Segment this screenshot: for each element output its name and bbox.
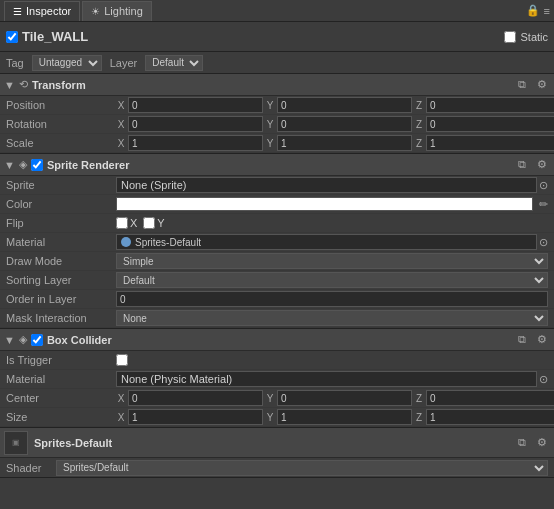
transform-title: Transform: [32, 79, 514, 91]
box-collider-copy-icon[interactable]: ⧉: [514, 332, 530, 348]
active-checkbox[interactable]: [6, 31, 18, 43]
box-collider-fold-icon[interactable]: ▼: [4, 334, 15, 346]
sprites-copy-icon[interactable]: ⧉: [514, 435, 530, 451]
transform-header: ▼ ⟲ Transform ⧉ ⚙: [0, 74, 554, 96]
size-x[interactable]: [128, 409, 263, 425]
lock-icon[interactable]: 🔒: [526, 4, 540, 17]
sprite-renderer-section: ▼ ◈ Sprite Renderer ⧉ ⚙ Sprite None (Spr…: [0, 154, 554, 329]
box-collider-section-icons: ⧉ ⚙: [514, 332, 550, 348]
center-z[interactable]: [426, 390, 554, 406]
mask-interaction-label: Mask Interaction: [6, 312, 116, 324]
sprites-default-section: ▣ Sprites-Default ⧉ ⚙ Shader Sprites/Def…: [0, 428, 554, 478]
order-layer-label: Order in Layer: [6, 293, 116, 305]
mask-interaction-select[interactable]: None: [116, 310, 548, 326]
rotation-fields: X Y Z: [116, 116, 554, 132]
transform-fold-icon[interactable]: ▼: [4, 79, 15, 91]
transform-copy-icon[interactable]: ⧉: [514, 77, 530, 93]
draw-mode-label: Draw Mode: [6, 255, 116, 267]
color-fields: ✏: [116, 197, 548, 211]
box-collider-title: Box Collider: [47, 334, 514, 346]
tab-lighting[interactable]: ☀ Lighting: [82, 1, 152, 21]
sprite-copy-icon[interactable]: ⧉: [514, 157, 530, 173]
material-value-box: Sprites-Default: [116, 234, 537, 250]
scale-z[interactable]: [426, 135, 554, 151]
menu-icon[interactable]: ≡: [544, 5, 550, 17]
tab-lighting-label: Lighting: [104, 5, 143, 17]
mask-interaction-fields: None: [116, 310, 548, 326]
rotation-x[interactable]: [128, 116, 263, 132]
sprites-default-section-icons: ⧉ ⚙: [514, 435, 550, 451]
flip-x-checkbox[interactable]: [116, 217, 128, 229]
is-trigger-label: Is Trigger: [6, 354, 116, 366]
sorting-layer-row: Sorting Layer Default: [0, 271, 554, 290]
sprite-renderer-header: ▼ ◈ Sprite Renderer ⧉ ⚙: [0, 154, 554, 176]
mask-interaction-row: Mask Interaction None: [0, 309, 554, 328]
color-edit-icon[interactable]: ✏: [539, 198, 548, 211]
transform-gear-icon[interactable]: ⚙: [534, 77, 550, 93]
sprite-fold-icon[interactable]: ▼: [4, 159, 15, 171]
sprite-value-box: None (Sprite): [116, 177, 537, 193]
inspector-content: Tile_WALL Static Tag Untagged Layer Defa…: [0, 22, 554, 487]
physic-material-label: Material: [6, 373, 116, 385]
shader-row: Shader Sprites/Default: [0, 458, 554, 477]
sprite-fields: None (Sprite) ⊙: [116, 177, 548, 193]
flip-x-item: X: [116, 217, 137, 229]
rotation-row: Rotation X Y Z: [0, 115, 554, 134]
sprite-gear-icon[interactable]: ⚙: [534, 157, 550, 173]
sprites-default-title: Sprites-Default: [34, 437, 514, 449]
sprite-renderer-checkbox[interactable]: [31, 159, 43, 171]
tag-select[interactable]: Untagged: [32, 55, 102, 71]
center-fields: X Y Z: [116, 390, 554, 406]
sprites-default-header: ▣ Sprites-Default ⧉ ⚙: [0, 428, 554, 458]
order-layer-input[interactable]: [116, 291, 548, 307]
physic-material-pick-icon[interactable]: ⊙: [539, 373, 548, 386]
flip-y-checkbox[interactable]: [143, 217, 155, 229]
sorting-layer-select[interactable]: Default: [116, 272, 548, 288]
box-collider-icon: ◈: [19, 333, 27, 346]
sprite-icon: ◈: [19, 158, 27, 171]
shader-select[interactable]: Sprites/Default: [56, 460, 548, 476]
material-fields: Sprites-Default ⊙: [116, 234, 548, 250]
flip-y-item: Y: [143, 217, 164, 229]
physic-material-value-box: None (Physic Material): [116, 371, 537, 387]
static-checkbox[interactable]: [504, 31, 516, 43]
position-x[interactable]: [128, 97, 263, 113]
static-container: Static: [504, 31, 548, 43]
position-y[interactable]: [277, 97, 412, 113]
center-row: Center X Y Z: [0, 389, 554, 408]
material-pick-icon[interactable]: ⊙: [539, 236, 548, 249]
layer-select[interactable]: Default: [145, 55, 203, 71]
sprites-gear-icon[interactable]: ⚙: [534, 435, 550, 451]
color-swatch[interactable]: [116, 197, 533, 211]
draw-mode-select[interactable]: Simple: [116, 253, 548, 269]
sprite-pick-icon[interactable]: ⊙: [539, 179, 548, 192]
size-row: Size X Y Z: [0, 408, 554, 427]
flip-x-label: X: [130, 217, 137, 229]
scale-label: Scale: [6, 137, 116, 149]
size-label: Size: [6, 411, 116, 423]
inspector-icon: ☰: [13, 6, 22, 17]
static-label: Static: [520, 31, 548, 43]
rotation-y[interactable]: [277, 116, 412, 132]
box-collider-checkbox[interactable]: [31, 334, 43, 346]
position-label: Position: [6, 99, 116, 111]
draw-mode-fields: Simple: [116, 253, 548, 269]
size-z[interactable]: [426, 409, 554, 425]
rotation-label: Rotation: [6, 118, 116, 130]
tab-inspector[interactable]: ☰ Inspector: [4, 1, 80, 21]
scale-row: Scale X Y Z: [0, 134, 554, 153]
header: Tile_WALL Static: [0, 22, 554, 52]
is-trigger-fields: [116, 354, 548, 366]
scale-y[interactable]: [277, 135, 412, 151]
size-fields: X Y Z: [116, 409, 554, 425]
is-trigger-checkbox[interactable]: [116, 354, 128, 366]
box-collider-gear-icon[interactable]: ⚙: [534, 332, 550, 348]
rotation-z[interactable]: [426, 116, 554, 132]
layer-label: Layer: [110, 57, 138, 69]
center-y[interactable]: [277, 390, 412, 406]
size-y[interactable]: [277, 409, 412, 425]
flip-label: Flip: [6, 217, 116, 229]
center-x[interactable]: [128, 390, 263, 406]
position-z[interactable]: [426, 97, 554, 113]
scale-x[interactable]: [128, 135, 263, 151]
